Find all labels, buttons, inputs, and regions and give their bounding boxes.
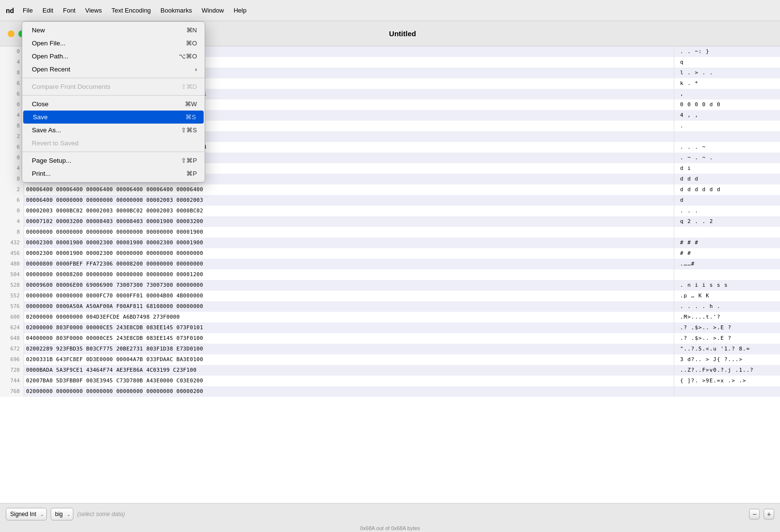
hex-ascii bbox=[674, 269, 780, 280]
hex-row[interactable]: 62402000000 803F0000 00000CE5 243E8CDB 0… bbox=[0, 322, 780, 333]
menu-item-label: Print... bbox=[32, 170, 182, 177]
hex-row[interactable]: 45600002300 00001900 00002300 00000000 0… bbox=[0, 248, 780, 259]
hex-ascii bbox=[674, 386, 780, 397]
menu-item-open-path-[interactable]: Open Path...⌥⌘O bbox=[22, 50, 205, 63]
hex-addr: 2 bbox=[0, 184, 24, 195]
menu-item-open-recent[interactable]: Open Recent› bbox=[22, 63, 205, 76]
hex-data[interactable]: 00006400 00000000 00000000 00000000 0000… bbox=[24, 195, 674, 206]
hex-addr: 8 bbox=[0, 174, 24, 184]
hex-addr: 648 bbox=[0, 333, 24, 344]
menu-separator bbox=[22, 95, 205, 96]
hex-data[interactable]: 00000000 00000000 0000FC70 0000FF01 0000… bbox=[24, 291, 674, 301]
menu-bookmarks[interactable]: Bookmarks bbox=[156, 5, 197, 16]
menu-file[interactable]: File bbox=[18, 5, 38, 16]
menubar: nd File Edit Font Views Text Encoding Bo… bbox=[0, 0, 780, 21]
status-hint: (select some data) bbox=[77, 511, 125, 518]
hex-ascii: d d d d d d bbox=[674, 184, 780, 195]
hex-ascii: . n i i s s s bbox=[674, 280, 780, 291]
hex-data[interactable]: 00000000 00008200 00000000 00000000 0000… bbox=[24, 269, 674, 280]
hex-row[interactable]: 600006400 00000000 00000000 00000000 000… bbox=[0, 195, 780, 206]
hex-data[interactable]: 02000000 00000000 00000000 00000000 0000… bbox=[24, 386, 674, 397]
hex-ascii: . . . . h . bbox=[674, 301, 780, 312]
hex-row[interactable]: 76802000000 00000000 00000000 00000000 0… bbox=[0, 386, 780, 397]
hex-row[interactable]: 7200000BADA 5A3F9CE1 43464F74 AE3FE86A 4… bbox=[0, 365, 780, 376]
hex-addr: 552 bbox=[0, 291, 24, 301]
minimize-button[interactable] bbox=[8, 30, 14, 37]
hex-ascii: . . . ~ bbox=[674, 142, 780, 153]
menu-item-label: Close bbox=[32, 100, 181, 108]
menu-edit[interactable]: Edit bbox=[38, 5, 58, 16]
hex-row[interactable]: 200006400 00006400 00006400 00006400 000… bbox=[0, 184, 780, 195]
file-dropdown-menu[interactable]: New⌘NOpen File...⌘OOpen Path...⌥⌘OOpen R… bbox=[22, 21, 205, 182]
hex-data[interactable]: 02000000 00000000 004D3EFCDE A6BD7498 27… bbox=[24, 312, 674, 322]
hex-ascii: . . ~: } bbox=[674, 46, 780, 57]
hex-ascii: .……# bbox=[674, 259, 780, 269]
hex-data[interactable]: 02007BA0 5D3FBB0F 003E3945 C73D780B A43E… bbox=[24, 376, 674, 386]
hex-row[interactable]: 60002000000 00000000 004D3EFCDE A6BD7498… bbox=[0, 312, 780, 322]
hex-addr: 624 bbox=[0, 322, 24, 333]
hex-row[interactable]: 50400000000 00008200 00000000 00000000 0… bbox=[0, 269, 780, 280]
type-select[interactable]: Signed Int bbox=[6, 508, 47, 520]
hex-row[interactable]: 55200000000 00000000 0000FC70 0000FF01 0… bbox=[0, 291, 780, 301]
hex-row[interactable]: 74402007BA0 5D3FBB0F 003E3945 C73D780B A… bbox=[0, 376, 780, 386]
menu-item-save-as-[interactable]: Save As...⇧⌘S bbox=[22, 124, 205, 137]
hex-row[interactable]: 43200002300 00001900 00002300 00001900 0… bbox=[0, 238, 780, 248]
menu-font[interactable]: Font bbox=[58, 5, 80, 16]
endian-select-wrapper: big bbox=[51, 508, 73, 520]
hex-row[interactable]: 000002003 0000BC02 00002003 0000BC02 000… bbox=[0, 206, 780, 216]
hex-row[interactable]: 48000000800 0000FBEF FFA72306 00008200 0… bbox=[0, 259, 780, 269]
menu-item-label: Revert to Saved bbox=[32, 140, 197, 147]
hex-data[interactable]: 00002300 00001900 00002300 00000000 0000… bbox=[24, 248, 674, 259]
hex-data[interactable]: 00002003 0000BC02 00002003 0000BC02 0000… bbox=[24, 206, 674, 216]
hex-data[interactable]: 00000800 0000FBEF FFA72306 00008200 0000… bbox=[24, 259, 674, 269]
hex-addr: 456 bbox=[0, 248, 24, 259]
hex-row[interactable]: 67202002289 923FBD35 B03CF775 20BE2731 8… bbox=[0, 344, 780, 354]
endian-select[interactable]: big bbox=[51, 508, 73, 520]
menu-item-new[interactable]: New⌘N bbox=[22, 24, 205, 37]
hex-addr: 2 bbox=[0, 131, 24, 142]
hex-data[interactable]: 00009600 00006E00 69006900 73007300 7300… bbox=[24, 280, 674, 291]
hex-data[interactable]: 02000000 803F0000 00000CE5 243E8CDB 083E… bbox=[24, 322, 674, 333]
menu-views[interactable]: Views bbox=[80, 5, 106, 16]
menu-help[interactable]: Help bbox=[229, 5, 251, 16]
hex-data[interactable]: 00000000 0000A50A A50AF00A F00AF811 6810… bbox=[24, 301, 674, 312]
hex-row[interactable]: 57600000000 0000A50A A50AF00A F00AF811 6… bbox=[0, 301, 780, 312]
hex-row[interactable]: 64804000000 803F0000 00000CE5 243E8CDB 0… bbox=[0, 333, 780, 344]
hex-row[interactable]: 800000000 00000000 00000000 00000000 000… bbox=[0, 227, 780, 238]
hex-ascii: l . > . . bbox=[674, 68, 780, 78]
menu-item-page-setup-[interactable]: Page Setup...⇧⌘P bbox=[22, 154, 205, 167]
hex-addr: 8 bbox=[0, 227, 24, 238]
hex-data[interactable]: 0000BADA 5A3F9CE1 43464F74 AE3FE86A 4C03… bbox=[24, 365, 674, 376]
menu-item-shortcut: ⌘W bbox=[185, 100, 197, 108]
menu-item-shortcut: ⌘P bbox=[186, 170, 197, 177]
hex-data[interactable]: 00000000 00000000 00000000 00000000 0000… bbox=[24, 227, 674, 238]
menu-item-shortcut: ⇧⌘P bbox=[181, 157, 197, 164]
hex-data[interactable]: 0200331B 643FC8EF 0D3E0000 00004A7B 033F… bbox=[24, 354, 674, 365]
hex-data[interactable]: 00007102 00003200 00008403 00008403 0000… bbox=[24, 216, 674, 227]
hex-ascii: { ]?. >9E.=x .> .> bbox=[674, 376, 780, 386]
hex-data[interactable]: 04000000 803F0000 00000CE5 243E8CDB 083E… bbox=[24, 333, 674, 344]
hex-data[interactable]: 02002289 923FBD35 B03CF775 20BE2731 803F… bbox=[24, 344, 674, 354]
hex-addr: 576 bbox=[0, 301, 24, 312]
hex-addr: 0 bbox=[0, 99, 24, 110]
menu-item-label: Open Recent bbox=[32, 66, 193, 73]
menu-item-save[interactable]: Save⌘S bbox=[23, 111, 204, 124]
menu-item-print-[interactable]: Print...⌘P bbox=[22, 167, 205, 180]
hex-ascii: . ~ . ~ . bbox=[674, 153, 780, 163]
hex-addr: 696 bbox=[0, 354, 24, 365]
hex-row[interactable]: 6960200331B 643FC8EF 0D3E0000 00004A7B 0… bbox=[0, 354, 780, 365]
menu-text-encoding[interactable]: Text Encoding bbox=[107, 5, 156, 16]
menu-window[interactable]: Window bbox=[197, 5, 229, 16]
menu-item-close[interactable]: Close⌘W bbox=[22, 98, 205, 111]
menu-item-open-file-[interactable]: Open File...⌘O bbox=[22, 37, 205, 50]
hex-data[interactable]: 00002300 00001900 00002300 00001900 0000… bbox=[24, 238, 674, 248]
minus-button[interactable]: − bbox=[749, 509, 760, 519]
plus-button[interactable]: + bbox=[764, 509, 774, 519]
hex-addr: 6 bbox=[0, 195, 24, 206]
hex-addr: 0 bbox=[0, 153, 24, 163]
hex-row[interactable]: 52800009600 00006E00 69006900 73007300 7… bbox=[0, 280, 780, 291]
hex-row[interactable]: 400007102 00003200 00008403 00008403 000… bbox=[0, 216, 780, 227]
hex-ascii: 3 d?.. > J{ ?...> bbox=[674, 354, 780, 365]
hex-data[interactable]: 00006400 00006400 00006400 00006400 0000… bbox=[24, 184, 674, 195]
hex-ascii: d bbox=[674, 195, 780, 206]
